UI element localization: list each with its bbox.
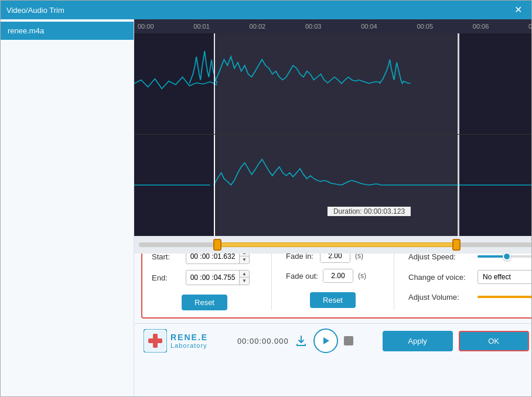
mark-4: 00:04	[361, 23, 377, 30]
main-window: Video/Audio Trim ✕ renee.m4a 00:00 00:01…	[0, 0, 532, 397]
mark-1: 00:01	[193, 23, 210, 30]
left-trim-line-top	[214, 33, 215, 134]
export-icon	[295, 334, 308, 347]
mark-2: 00:02	[250, 23, 266, 30]
volume-slider[interactable]	[478, 296, 531, 298]
volume-row: Adjust Volume: %	[408, 290, 531, 304]
volume-label: Adjust Volume:	[408, 293, 473, 302]
waveform-svg-top	[134, 33, 531, 134]
waveform-area	[134, 33, 531, 236]
playback-controls: 00:00:00.000	[237, 328, 353, 353]
speed-slider[interactable]	[478, 255, 531, 258]
waveform-svg-bottom	[134, 135, 531, 236]
duration-label-text: Duration:	[333, 207, 362, 215]
logo-text: RENE.E Laboratory	[170, 333, 208, 349]
apply-button[interactable]: Apply	[383, 331, 453, 351]
start-down-arrow[interactable]: ▼	[240, 256, 249, 263]
end-down-arrow[interactable]: ▼	[240, 278, 249, 285]
volume-fill	[478, 296, 531, 298]
main-area: renee.m4a 00:00 00:01 00:02 00:03 00:04 …	[1, 19, 531, 396]
sidebar-file-label: renee.m4a	[8, 26, 44, 35]
bottom-bar: RENE.E Laboratory 00:00:00.000	[134, 323, 531, 358]
fade-out-input-group[interactable]	[323, 269, 353, 283]
fade-out-input[interactable]	[323, 269, 353, 282]
export-button[interactable]	[295, 334, 308, 347]
waveform-container: 00:00 00:01 00:02 00:03 00:04 00:05 00:0…	[134, 19, 531, 236]
play-button[interactable]	[313, 328, 338, 353]
end-arrows: ▲ ▼	[239, 271, 249, 285]
ruler-marks: 00:00 00:01 00:02 00:03 00:04 00:05 00:0…	[137, 23, 531, 30]
close-button[interactable]: ✕	[511, 4, 526, 16]
time-display: 00:00:00.000	[237, 337, 289, 345]
end-input[interactable]	[186, 271, 239, 284]
duration-value: 00:00:03.123	[364, 207, 405, 215]
end-input-group[interactable]: ▲ ▼	[186, 270, 250, 285]
window-title: Video/Audio Trim	[6, 6, 64, 15]
voice-label: Change of voice:	[408, 273, 473, 282]
end-label: End:	[152, 273, 181, 282]
fade-out-label: Fade out:	[286, 272, 318, 280]
left-trim-line-bottom	[214, 135, 215, 236]
right-trim-line-top	[458, 33, 459, 134]
trim-handle-left[interactable]	[213, 239, 221, 251]
trim-bar[interactable]	[134, 236, 531, 254]
divider-1	[271, 249, 272, 310]
track-top	[134, 33, 531, 135]
voice-row: Change of voice: No effect Male Female R…	[408, 270, 531, 284]
logo-rene: RENE.E	[170, 333, 208, 342]
track-bottom	[134, 135, 531, 236]
content-area: 00:00 00:01 00:02 00:03 00:04 00:05 00:0…	[134, 19, 531, 396]
sidebar-item-file[interactable]: renee.m4a	[1, 22, 134, 40]
divider-2	[394, 249, 394, 310]
logo-icon	[144, 329, 167, 352]
sidebar: renee.m4a	[1, 19, 134, 396]
fade-out-unit: (s)	[358, 272, 366, 280]
voice-select[interactable]: No effect Male Female Robot	[478, 270, 531, 284]
mark-6: 00:06	[473, 23, 489, 30]
reset-button-1[interactable]: Reset	[182, 295, 227, 310]
speed-thumb[interactable]	[503, 252, 511, 261]
timeline-ruler: 00:00 00:01 00:02 00:03 00:04 00:05 00:0…	[134, 19, 531, 33]
svg-rect-4	[148, 338, 162, 343]
voice-select-wrapper[interactable]: No effect Male Female Robot ▼	[478, 270, 531, 284]
mark-0: 00:00	[138, 23, 154, 30]
trim-handle-right[interactable]	[452, 239, 461, 251]
footer-buttons: Apply OK Cancel	[383, 331, 531, 351]
logo-area: RENE.E Laboratory	[144, 329, 208, 352]
logo-lab: Laboratory	[170, 342, 208, 349]
trim-track	[139, 242, 531, 247]
mark-3: 00:03	[305, 23, 322, 30]
reset-button-2[interactable]: Reset	[310, 292, 356, 308]
mark-7: 00:07	[528, 23, 531, 30]
titlebar: Video/Audio Trim ✕	[1, 1, 531, 19]
trim-selection	[217, 242, 457, 247]
right-trim-line-bottom	[458, 135, 459, 236]
end-up-arrow[interactable]: ▲	[240, 271, 249, 278]
mark-5: 00:05	[417, 23, 433, 30]
play-icon	[321, 336, 330, 345]
right-col: Adjust Speed: 1.00 X	[408, 249, 531, 310]
start-end-col: Start: ▲ ▼ End:	[152, 249, 257, 310]
end-row: End: ▲ ▼	[152, 270, 257, 285]
duration-display: Duration: 00:00:03.123	[328, 207, 411, 216]
fade-col: Fade in: (s) Fade out: (s)	[286, 249, 380, 310]
stop-button[interactable]	[344, 336, 353, 345]
svg-marker-5	[323, 337, 329, 344]
fade-out-row: Fade out: (s)	[286, 269, 380, 283]
ok-button[interactable]: OK	[459, 331, 529, 351]
